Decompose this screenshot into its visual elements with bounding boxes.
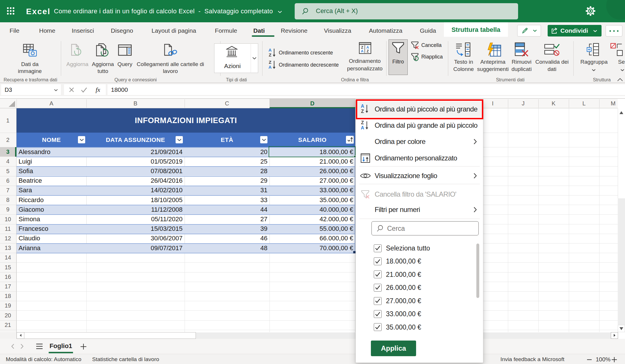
svg-text:A: A <box>269 48 272 52</box>
svg-text:Z: Z <box>269 60 271 65</box>
svg-text:Z: Z <box>361 109 364 114</box>
svg-text:Z: Z <box>269 52 271 57</box>
svg-text:A: A <box>269 65 272 69</box>
svg-text:Z: Z <box>361 120 364 125</box>
svg-text:A: A <box>361 125 364 130</box>
svg-text:Z: Z <box>367 49 369 53</box>
svg-text:A: A <box>361 49 364 53</box>
svg-text:A: A <box>361 104 364 109</box>
